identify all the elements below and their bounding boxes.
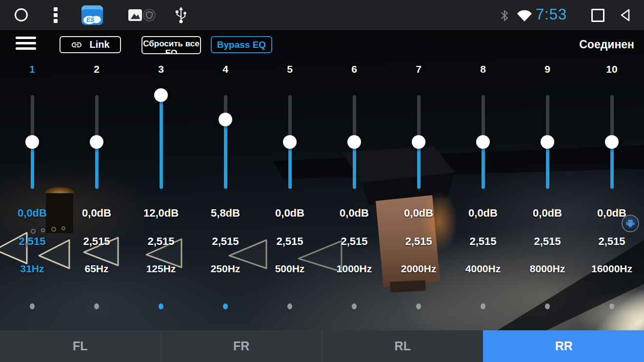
android-robot-icon xyxy=(625,219,635,228)
slider-track-fill[interactable] xyxy=(224,120,227,189)
chain-link-icon xyxy=(71,39,82,51)
band-gain-label: 0,0dB xyxy=(386,207,451,220)
band-freq-label: 500Hz xyxy=(258,263,322,275)
eq-band: 10 0,0dB 2,515 16000Hz xyxy=(580,63,644,329)
slider-track-fill[interactable] xyxy=(610,142,614,189)
band-dot xyxy=(94,303,99,309)
band-slider[interactable] xyxy=(283,95,297,189)
band-freq-label: 4000Hz xyxy=(451,263,515,275)
slider-thumb[interactable] xyxy=(90,135,103,149)
slider-thumb[interactable] xyxy=(412,135,425,149)
eq-band: 4 5,8dB 2,515 250Hz xyxy=(193,63,258,329)
slider-track-fill[interactable] xyxy=(160,95,163,189)
band-freq-label: 2000Hz xyxy=(386,263,451,275)
band-q-label: 2,515 xyxy=(129,235,193,248)
band-gain-label: 0,0dB xyxy=(322,207,386,220)
slider-thumb[interactable] xyxy=(283,135,297,149)
bypass-eq-button[interactable]: Bypass EQ xyxy=(211,36,272,53)
band-q-label: 2,515 xyxy=(0,235,64,248)
slider-thumb[interactable] xyxy=(25,135,39,149)
slider-track-fill[interactable] xyxy=(353,142,356,189)
slider-thumb[interactable] xyxy=(347,135,361,149)
slider-track-fill[interactable] xyxy=(288,142,292,189)
eq-band: 6 0,0dB 2,515 1000Hz xyxy=(322,63,386,329)
slider-thumb[interactable] xyxy=(219,113,232,126)
band-slider[interactable] xyxy=(219,95,232,189)
android-status-bar: ES xyxy=(0,0,644,30)
connection-status-text: Соединен xyxy=(579,38,634,51)
tab-rl[interactable]: RL xyxy=(322,330,483,362)
band-dot xyxy=(159,303,163,309)
eq-toolbar: Link Сбросить все EQ Bypass EQ Соединен xyxy=(0,30,644,60)
band-q-label: 2,515 xyxy=(64,235,129,248)
band-slider[interactable] xyxy=(541,95,554,189)
eq-band: 9 0,0dB 2,515 8000Hz xyxy=(515,63,580,329)
bluetooth-icon xyxy=(500,9,509,24)
band-freq-label: 65Hz xyxy=(64,263,129,275)
shield-app-icon[interactable] xyxy=(142,8,156,24)
band-slider[interactable] xyxy=(347,95,361,189)
tab-fl[interactable]: FL xyxy=(0,330,161,362)
band-freq-label: 31Hz xyxy=(0,263,64,275)
eq-band: 5 0,0dB 2,515 500Hz xyxy=(258,63,322,329)
reset-all-eq-button[interactable]: Сбросить все EQ xyxy=(141,36,201,54)
band-slider[interactable] xyxy=(25,95,39,189)
band-dot xyxy=(287,303,292,309)
link-button[interactable]: Link xyxy=(60,36,121,53)
slider-thumb[interactable] xyxy=(154,88,168,102)
band-gain-label: 0,0dB xyxy=(0,207,64,220)
eq-band: 1 0,0dB 2,515 31Hz xyxy=(0,63,64,329)
band-slider[interactable] xyxy=(154,95,168,189)
band-q-label: 2,515 xyxy=(451,235,515,248)
band-number: 2 xyxy=(64,63,129,75)
slider-track-fill[interactable] xyxy=(417,142,421,189)
link-button-label: Link xyxy=(89,39,109,50)
band-slider[interactable] xyxy=(476,95,490,189)
band-dot xyxy=(609,303,614,309)
band-number: 3 xyxy=(129,63,193,75)
car-eq-screen: ES xyxy=(0,0,644,362)
back-icon[interactable] xyxy=(619,8,631,24)
recents-icon[interactable] xyxy=(591,9,604,22)
overflow-menu-icon[interactable] xyxy=(54,7,58,25)
status-clock: 7:53 xyxy=(536,6,567,23)
band-q-label: 2,515 xyxy=(258,235,322,248)
usb-icon xyxy=(175,6,187,26)
tab-fr[interactable]: FR xyxy=(161,330,322,362)
band-dot xyxy=(30,303,35,309)
band-dot xyxy=(352,303,357,309)
band-slider[interactable] xyxy=(412,95,425,189)
slider-thumb[interactable] xyxy=(476,135,490,149)
band-number: 1 xyxy=(0,63,64,75)
band-freq-label: 250Hz xyxy=(193,263,258,275)
slider-track-fill[interactable] xyxy=(482,142,485,189)
channel-tab-bar: FL FR RL RR xyxy=(0,330,644,362)
band-q-label: 2,515 xyxy=(515,235,580,248)
svg-text:ES: ES xyxy=(86,17,94,23)
slider-track-fill[interactable] xyxy=(546,142,549,189)
hamburger-menu-icon[interactable] xyxy=(16,37,36,53)
es-file-explorer-icon[interactable]: ES xyxy=(81,4,103,27)
eq-band: 8 0,0dB 2,515 4000Hz xyxy=(451,63,515,329)
tab-rr[interactable]: RR xyxy=(483,330,644,362)
slider-thumb[interactable] xyxy=(605,135,619,149)
slider-thumb[interactable] xyxy=(541,135,554,149)
band-dot xyxy=(223,303,228,309)
slider-track-fill[interactable] xyxy=(95,142,99,189)
home-icon[interactable] xyxy=(15,8,28,21)
android-overlay-bubble[interactable] xyxy=(622,215,639,232)
band-gain-label: 0,0dB xyxy=(515,207,580,220)
band-slider[interactable] xyxy=(90,95,103,189)
band-number: 8 xyxy=(451,63,515,75)
eq-band: 2 0,0dB 2,515 65Hz xyxy=(64,63,129,329)
band-number: 7 xyxy=(386,63,451,75)
gallery-app-icon[interactable] xyxy=(128,8,142,24)
band-q-label: 2,515 xyxy=(193,235,258,248)
band-number: 4 xyxy=(193,63,258,75)
band-dot xyxy=(481,303,485,309)
band-gain-label: 5,8dB xyxy=(193,207,258,220)
band-number: 9 xyxy=(515,63,580,75)
equalizer-panel: Link Сбросить все EQ Bypass EQ Соединен … xyxy=(0,30,644,330)
slider-track-fill[interactable] xyxy=(31,142,34,189)
band-slider[interactable] xyxy=(605,95,619,189)
